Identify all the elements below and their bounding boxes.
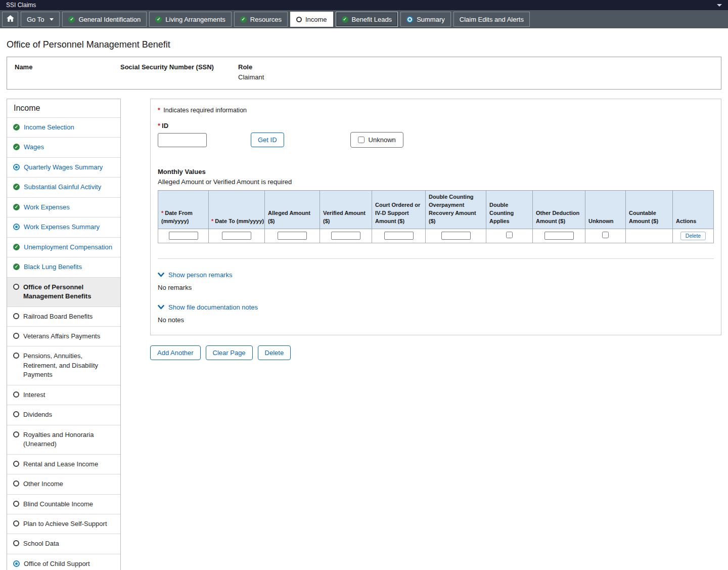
sidebar-item-other-income[interactable]: Other Income [7,474,120,494]
nav-income[interactable]: Income [290,12,333,27]
check-circle-icon [13,264,20,270]
monthly-values-subtitle: Alleged Amount or Verified Amount is req… [158,178,714,186]
nav-living-arrangements[interactable]: Living Arrangements [149,12,232,27]
clear-page-button[interactable]: Clear Page [206,345,253,360]
sidebar-item-pensions-annuities[interactable]: Pensions, Annuities, Retirement, and Dis… [7,346,120,384]
ssn-value [120,73,238,81]
sidebar-item-pass[interactable]: Plan to Achieve Self-Support [7,514,120,534]
id-input[interactable] [158,133,207,147]
alleged-amount-input[interactable] [278,232,307,240]
verified-amount-input[interactable] [331,232,360,240]
nav-general-identification[interactable]: General Identification [62,12,147,27]
circle-outline-icon [13,333,19,339]
id-unknown-checkbox-group[interactable]: Unknown [350,132,403,148]
delete-button[interactable]: Delete [258,345,291,360]
check-circle-icon [13,144,20,150]
check-circle-icon [342,16,348,23]
double-counting-applies-checkbox[interactable] [506,232,513,238]
other-deduction-input[interactable] [544,232,574,240]
circle-outline-icon [296,17,302,22]
col-date-from: *Date From (mm/yyyy) [158,191,209,229]
app-titlebar: SSI Claims [0,0,728,10]
nav-home-button[interactable] [2,12,18,27]
circle-outline-icon [13,284,19,290]
col-other-deduction: Other Deduction Amount ($) [533,191,585,229]
opm-benefit-form: * Indicates required information *ID Get… [150,99,721,335]
progress-circle-icon [13,164,20,170]
double-counting-recovery-input[interactable] [441,232,471,240]
id-unknown-label: Unknown [369,136,396,144]
check-circle-icon [240,16,247,23]
row-unknown-checkbox[interactable] [602,232,609,238]
file-documentation-notes-toggle[interactable]: Show file documentation notes [158,303,714,311]
date-from-input[interactable] [169,232,198,240]
col-date-to: *Date To (mm/yyyy) [209,191,265,229]
col-countable-amount: Countable Amount ($) [626,191,673,229]
required-asterisk: * [158,122,160,129]
circle-outline-icon [13,431,19,437]
circle-outline-icon [13,520,19,527]
sidebar-item-veterans-affairs-payments[interactable]: Veterans Affairs Payments [7,326,120,346]
nav-summary[interactable]: Summary [400,12,451,27]
sidebar-item-black-lung-benefits[interactable]: Black Lung Benefits [7,257,120,277]
sidebar-item-work-expenses[interactable]: Work Expenses [7,197,120,217]
nav-claim-edits-alerts[interactable]: Claim Edits and Alerts [453,12,530,27]
sidebar-item-wages[interactable]: Wages [7,137,120,157]
circle-outline-icon [13,391,19,398]
progress-circle-icon [13,224,20,230]
chevron-down-icon [50,18,54,21]
circle-outline-icon [13,480,19,487]
col-double-counting-applies: Double Counting Applies [486,191,533,229]
sidebar-item-royalties-honoraria[interactable]: Royalties and Honoraria (Unearned) [7,425,120,454]
name-value [15,73,120,81]
nav-resources[interactable]: Resources [234,12,288,27]
notes-empty-text: No notes [158,316,714,324]
nav-benefit-leads[interactable]: Benefit Leads [336,12,398,27]
date-to-input[interactable] [222,232,251,240]
sidebar-item-opm-benefits[interactable]: Office of Personnel Management Benefits [7,277,120,306]
court-ordered-amount-input[interactable] [384,232,414,240]
role-value: Claimant [238,73,713,81]
chevron-down-icon [158,305,164,310]
sidebar-item-blind-countable-income[interactable]: Blind Countable Income [7,494,120,514]
sidebar-item-quarterly-wages-summary[interactable]: Quarterly Wages Summary [7,157,120,177]
sidebar-item-substantial-gainful-activity[interactable]: Substantial Gainful Activity [7,177,120,197]
section-divider [158,258,714,259]
circle-outline-icon [13,411,19,417]
ssn-label: Social Security Number (SSN) [120,63,238,71]
id-unknown-checkbox[interactable] [358,137,365,143]
required-asterisk: * [161,210,163,216]
chevron-down-icon [158,273,164,277]
sidebar-item-income-selection[interactable]: Income Selection [7,117,120,137]
check-circle-icon [13,184,20,190]
person-remarks-toggle[interactable]: Show person remarks [158,271,714,279]
titlebar-chevron-down-icon[interactable] [717,4,722,7]
sidebar-item-dividends[interactable]: Dividends [7,405,120,424]
sidebar-item-rental-lease-income[interactable]: Rental and Lease Income [7,454,120,474]
monthly-values-table: *Date From (mm/yyyy) *Date To (mm/yyyy) … [158,190,714,243]
sidebar-item-work-expenses-summary[interactable]: Work Expenses Summary [7,217,120,237]
countable-amount-cell [626,229,673,243]
row-delete-button[interactable]: Delete [680,232,706,240]
sidebar-item-interest[interactable]: Interest [7,385,120,405]
sidebar-item-unemployment-compensation[interactable]: Unemployment Compensation [7,237,120,257]
get-id-button[interactable]: Get ID [251,133,284,147]
remarks-empty-text: No remarks [158,284,714,291]
sidebar-item-school-data[interactable]: School Data [7,534,120,553]
add-another-button[interactable]: Add Another [150,345,201,360]
home-icon [7,15,14,23]
nav-goto-button[interactable]: Go To [21,12,60,27]
required-note: * Indicates required information [158,107,714,114]
circle-outline-icon [13,313,19,319]
nav-goto-label: Go To [27,16,44,23]
circle-outline-icon [13,461,19,467]
check-circle-icon [155,16,162,23]
check-circle-icon [13,124,20,130]
income-sidebar: Income Income Selection Wages Quarterly … [7,99,121,570]
sidebar-item-ocse-data[interactable]: Office of Child Support Enforcement Data [7,554,120,570]
check-circle-icon [13,244,20,250]
circle-outline-icon [13,540,19,546]
sidebar-item-railroad-board-benefits[interactable]: Railroad Board Benefits [7,306,120,326]
check-circle-icon [68,16,75,23]
primary-navbar: Go To General Identification Living Arra… [0,10,728,28]
